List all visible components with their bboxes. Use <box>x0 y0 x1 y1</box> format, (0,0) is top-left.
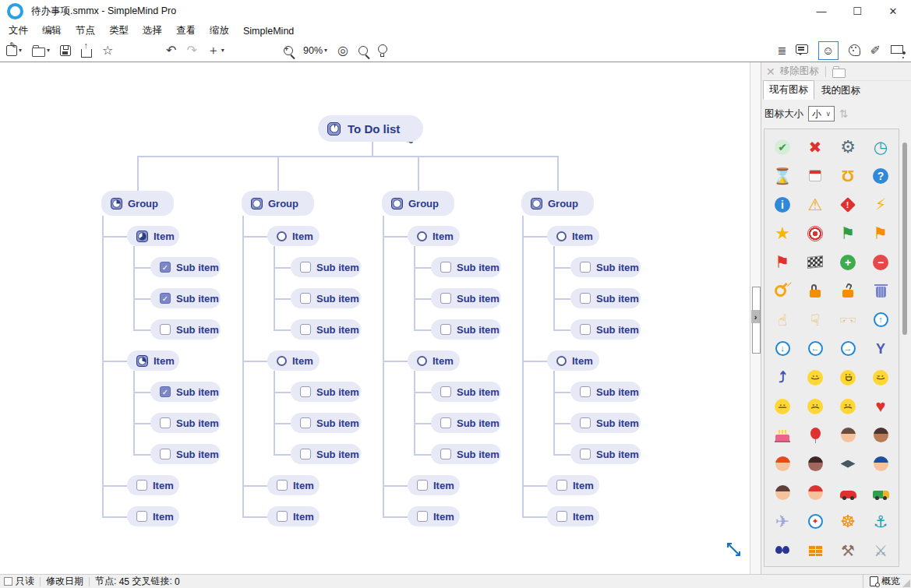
menu-4[interactable]: 类型 <box>102 23 136 39</box>
mindmap-subitem-node[interactable]: ✓Sub item <box>150 288 221 308</box>
gear-icon[interactable]: ⚙ <box>832 132 864 161</box>
mindmap-subitem-node[interactable]: Sub item <box>150 444 221 464</box>
mindmap-item-node[interactable]: Item <box>267 350 320 371</box>
mindmap-subitem-node[interactable]: Sub item <box>291 382 361 402</box>
checkbox-icon[interactable] <box>440 262 451 273</box>
lock-icon[interactable] <box>799 276 832 305</box>
compass-icon[interactable]: ✦ <box>799 507 832 536</box>
checkbox-icon[interactable] <box>300 417 311 428</box>
checkbox-icon[interactable] <box>440 324 451 335</box>
mindmap-subitem-node[interactable]: Sub item <box>570 444 641 464</box>
menu-3[interactable]: 节点 <box>69 23 102 39</box>
thumbs-up-icon[interactable]: ☝ <box>766 305 799 334</box>
outline-button[interactable]: ≣ <box>778 45 786 56</box>
exclamation-icon[interactable]: ! <box>832 190 864 219</box>
emoji-panel-button[interactable]: ☺ <box>818 41 839 60</box>
readonly-checkbox[interactable] <box>4 577 12 586</box>
star-icon[interactable]: ★ <box>766 219 799 248</box>
resize-grip[interactable] <box>902 579 910 587</box>
mindmap-subitem-node[interactable]: Sub item <box>431 444 501 464</box>
merge-up-icon[interactable]: ⤴ <box>766 363 799 392</box>
flag-red-icon[interactable]: ⚑ <box>766 248 799 276</box>
hammer-icon[interactable]: ⚒ <box>832 536 864 565</box>
checkbox-icon[interactable] <box>556 480 567 491</box>
ship-wheel-icon[interactable]: ☸ <box>832 507 864 536</box>
target-icon[interactable] <box>799 219 832 248</box>
overview-button[interactable]: 概览 <box>863 575 900 588</box>
style-brush-button[interactable]: ✐ <box>870 44 881 57</box>
mindmap-subitem-node[interactable]: Sub item <box>291 288 361 308</box>
mindmap-subitem-node[interactable]: Sub item <box>291 257 361 277</box>
checkbox-icon[interactable] <box>160 417 171 428</box>
favorite-button[interactable]: ☆ <box>102 44 113 57</box>
mindmap-item-node[interactable]: Item <box>547 506 599 526</box>
zoom-level-dropdown[interactable]: 90%▾ <box>303 45 327 56</box>
mindmap-item-node[interactable]: Item <box>547 226 599 246</box>
mindmap-subitem-node[interactable]: Sub item <box>570 288 641 308</box>
checkbox-icon[interactable] <box>556 511 567 522</box>
close-button[interactable]: ✕ <box>875 0 911 22</box>
checkbox-icon[interactable] <box>440 293 451 304</box>
mindmap-subitem-node[interactable]: Sub item <box>431 382 501 402</box>
menu-1[interactable]: 文件 <box>2 23 35 39</box>
tab-stock-icons[interactable]: 现有图标 <box>763 80 814 100</box>
checkbox-icon[interactable] <box>580 417 591 428</box>
binoculars-icon[interactable] <box>766 536 799 565</box>
graduation-cap-icon[interactable] <box>832 449 864 478</box>
icon-size-select[interactable]: 小 ∨ <box>808 106 835 121</box>
info-icon[interactable]: i <box>766 190 799 219</box>
airplane-icon[interactable]: ✈ <box>766 507 799 536</box>
businessman-icon[interactable] <box>766 478 799 507</box>
mindmap-subitem-node[interactable]: Sub item <box>150 413 221 433</box>
brick-wall-icon[interactable] <box>799 536 832 565</box>
checkbox-icon[interactable] <box>136 480 147 491</box>
checkbox-icon[interactable] <box>580 293 591 304</box>
mindmap-subitem-node[interactable]: Sub item <box>570 319 641 340</box>
checkbox-icon[interactable] <box>417 511 428 522</box>
checkbox-icon[interactable] <box>417 480 428 491</box>
mindmap-root-node[interactable]: To Do list <box>318 115 423 142</box>
checkbox-icon[interactable] <box>277 511 288 522</box>
canvas-scrollbar[interactable]: › <box>750 62 761 574</box>
question-mark-icon[interactable]: ? <box>864 161 897 190</box>
checkbox-icon[interactable] <box>300 324 311 335</box>
woman-redhair-icon[interactable] <box>766 449 799 478</box>
folder-icon[interactable] <box>832 69 846 78</box>
key-icon[interactable] <box>766 276 799 305</box>
zoom-button[interactable] <box>284 46 293 55</box>
mindmap-item-node[interactable]: Item <box>127 350 179 371</box>
checkbox-icon[interactable] <box>160 449 171 459</box>
bell-icon[interactable]: Ω <box>832 161 864 190</box>
menu-5[interactable]: 选择 <box>136 23 169 39</box>
mindmap-group-node[interactable]: Group <box>242 191 314 216</box>
mindmap-subitem-node[interactable]: ✓Sub item <box>150 257 221 277</box>
plus-sign-icon[interactable]: + <box>832 248 864 276</box>
checkbox-icon[interactable] <box>300 386 311 397</box>
mindmap-item-node[interactable]: Item <box>267 475 320 495</box>
presentation-button[interactable] <box>891 47 903 54</box>
thumbs-down-icon[interactable]: ☟ <box>799 305 832 334</box>
mindmap-group-node[interactable]: Group <box>521 191 594 216</box>
cross-mark-icon[interactable]: ✖ <box>799 132 832 161</box>
handshake-icon[interactable]: ☞☜ <box>832 305 864 334</box>
mindmap-item-node[interactable]: Item <box>127 226 179 246</box>
mindmap-subitem-node[interactable]: ✓Sub item <box>150 382 221 402</box>
clock-icon[interactable]: ◷ <box>864 132 897 161</box>
mindmap-item-node[interactable]: Item <box>127 506 179 526</box>
panel-scrollbar[interactable] <box>902 130 907 565</box>
checkbox-icon[interactable] <box>580 324 591 335</box>
neutral-icon[interactable]: :| <box>766 392 799 421</box>
mindmap-item-node[interactable]: Item <box>408 350 460 371</box>
checkbox-icon[interactable] <box>136 511 147 522</box>
worker-woman-icon[interactable] <box>799 478 832 507</box>
mindmap-subitem-node[interactable]: Sub item <box>291 444 361 464</box>
flag-green-icon[interactable]: ⚑ <box>832 219 864 248</box>
mindmap-subitem-node[interactable]: Sub item <box>291 319 361 340</box>
arrow-right-circle-icon[interactable]: → <box>832 334 864 363</box>
checkbox-icon[interactable] <box>580 262 591 273</box>
mindmap-item-node[interactable]: Item <box>267 226 320 246</box>
checkbox-icon[interactable]: ✓ <box>160 293 171 304</box>
panel-collapse-handle[interactable]: › <box>751 310 760 323</box>
minimize-button[interactable]: — <box>803 0 839 22</box>
birthday-cake-icon[interactable] <box>766 421 799 449</box>
